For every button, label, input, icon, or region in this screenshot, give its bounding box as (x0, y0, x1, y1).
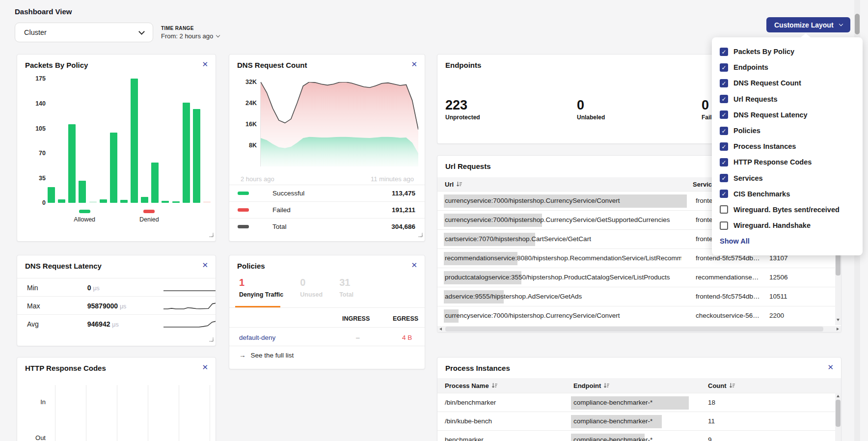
checkbox-icon[interactable] (720, 174, 728, 182)
bar-allowed (110, 133, 117, 203)
table-row[interactable]: currencyservice:7000/hipstershop.Currenc… (437, 306, 841, 326)
legend-item-denied[interactable]: Denied (139, 210, 159, 223)
policy-ingress-value: – (356, 334, 360, 341)
see-full-list-link[interactable]: → See the full list (239, 352, 294, 359)
legend-row-failed[interactable]: Failed 191,211 (229, 201, 425, 218)
table-row[interactable]: adservice:9555/hipstershop.AdService/Get… (437, 287, 841, 306)
y-tick: 16K (237, 121, 257, 128)
legend-row-total[interactable]: Total 304,686 (229, 218, 425, 235)
card-policies: Policies ✕ 1 Denying Traffic 0 Unused 31… (229, 255, 425, 369)
close-icon[interactable]: ✕ (202, 60, 208, 68)
checkbox-icon[interactable] (720, 110, 728, 119)
divider (229, 307, 425, 308)
bar-allowed (79, 181, 86, 203)
table-row[interactable]: benchmarker compliance-benchmarker-* 9 (437, 430, 841, 441)
time-range: TIME RANGE From: 2 hours ago (161, 26, 219, 40)
scroll-left-icon[interactable] (439, 328, 442, 331)
checkbox-icon[interactable] (720, 79, 728, 87)
tab-unused[interactable]: 0 Unused (300, 277, 323, 298)
menu-item-url-requests[interactable]: Url Requests (712, 91, 863, 107)
scroll-down-icon[interactable] (837, 319, 840, 321)
bar-chart (48, 79, 211, 203)
scrollbar-thumb[interactable] (445, 327, 823, 331)
sort-icon (603, 383, 610, 388)
menu-item-services[interactable]: Services (712, 170, 863, 186)
card-title: DNS Request Count (237, 61, 307, 69)
legend-item-allowed[interactable]: Allowed (74, 210, 95, 223)
checkbox-icon[interactable] (720, 63, 728, 72)
menu-item-packets-by-policy[interactable]: Packets By Policy (712, 44, 863, 59)
menu-item-policies[interactable]: Policies (712, 123, 863, 138)
bar-allowed (68, 124, 76, 203)
column-header-endpoint[interactable]: Endpoint (573, 382, 708, 389)
tab-total[interactable]: 31 Total (339, 277, 353, 298)
menu-item-http-response-codes[interactable]: HTTP Response Codes (712, 154, 863, 170)
page-scrollbar-thumb[interactable] (855, 14, 860, 34)
checkbox-icon[interactable] (720, 205, 728, 214)
checkbox-icon[interactable] (720, 95, 728, 103)
bar-allowed (58, 199, 65, 203)
close-icon[interactable]: ✕ (411, 60, 417, 68)
show-all-link[interactable]: Show All (720, 237, 750, 245)
card-http-response-codes: HTTP Response Codes ✕ In Out (17, 357, 216, 441)
resize-handle-icon[interactable] (418, 230, 423, 239)
column-header-process-name[interactable]: Process Name (445, 382, 573, 389)
card-packets-by-policy: Packets By Policy ✕ 175 140 105 70 35 0 … (17, 54, 216, 242)
resize-handle-icon[interactable] (209, 230, 214, 239)
menu-item-wireguard-handshake[interactable]: Wireguard. Handshake (712, 218, 863, 233)
table-row[interactable]: productcatalogservice:3550/hipstershop.P… (437, 268, 841, 287)
menu-item-cis-benchmarks[interactable]: CIS Benchmarks (712, 186, 863, 202)
card-title: Endpoints (445, 61, 481, 69)
page-title: Dashboard View (15, 7, 72, 16)
scrollbar-thumb[interactable] (836, 400, 841, 427)
table-horizontal-scrollbar[interactable] (437, 326, 841, 332)
checkbox-icon[interactable] (720, 127, 728, 135)
customize-layout-button[interactable]: Customize Layout (766, 17, 850, 32)
bar-allowed (162, 201, 169, 203)
close-icon[interactable]: ✕ (202, 363, 208, 371)
customize-layout-menu: Packets By Policy Endpoints DNS Request … (712, 37, 863, 255)
table-vertical-scrollbar[interactable] (835, 393, 841, 441)
table-row[interactable]: /bin/kube-bench compliance-benchmarker-*… (437, 412, 841, 431)
table-row[interactable]: /bin/benchmarker compliance-benchmarker-… (437, 393, 841, 412)
view-selector[interactable]: Cluster (15, 23, 153, 42)
y-tick: 8K (237, 142, 257, 149)
column-header-url[interactable]: Url (445, 181, 693, 188)
policies-tabs: 1 Denying Traffic 0 Unused 31 Total (239, 277, 353, 298)
checkbox-icon[interactable] (720, 142, 728, 151)
resize-handle-icon[interactable] (209, 335, 214, 344)
column-header-egress: EGRESS (393, 315, 418, 322)
menu-item-endpoints[interactable]: Endpoints (712, 59, 863, 75)
y-tick: 175 (24, 75, 46, 82)
y-tick: 32K (237, 79, 257, 85)
card-title: DNS Request Latency (25, 262, 102, 270)
tab-denying-traffic[interactable]: 1 Denying Traffic (239, 277, 283, 298)
time-range-value[interactable]: From: 2 hours ago (161, 32, 219, 40)
menu-item-dns-request-count[interactable]: DNS Request Count (712, 75, 863, 91)
checkbox-icon[interactable] (720, 48, 728, 56)
checkbox-icon[interactable] (720, 221, 728, 230)
menu-item-wireguard-bytes[interactable]: Wireguard. Bytes sent/received (712, 202, 863, 218)
bar-allowed (120, 200, 128, 203)
latency-row-min: Min 0 μs (17, 278, 216, 297)
scroll-right-icon[interactable] (837, 328, 839, 331)
close-icon[interactable]: ✕ (827, 363, 834, 371)
y-tick: 105 (24, 125, 46, 132)
y-tick: 70 (24, 150, 46, 157)
card-title: Process Instances (445, 364, 510, 372)
scroll-up-icon[interactable] (837, 395, 840, 397)
latency-row-max: Max 95879000 μs (17, 296, 216, 315)
chart-legend: Successful 113,475 Failed 191,211 Total … (229, 185, 425, 235)
menu-item-process-instances[interactable]: Process Instances (712, 138, 863, 154)
close-icon[interactable]: ✕ (202, 261, 208, 269)
close-icon[interactable]: ✕ (411, 261, 417, 269)
checkbox-icon[interactable] (720, 158, 728, 166)
policy-name-link[interactable]: default-deny (239, 334, 275, 341)
menu-item-dns-request-latency[interactable]: DNS Request Latency (712, 107, 863, 123)
sort-icon (456, 181, 462, 187)
column-header-count[interactable]: Count (708, 382, 735, 389)
legend-row-successful[interactable]: Successful 113,475 (229, 185, 425, 201)
latency-row-avg: Avg 946942 μs (17, 314, 216, 333)
checkbox-icon[interactable] (720, 190, 728, 198)
dashboard-screen: Dashboard View Cluster TIME RANGE From: … (0, 0, 868, 441)
